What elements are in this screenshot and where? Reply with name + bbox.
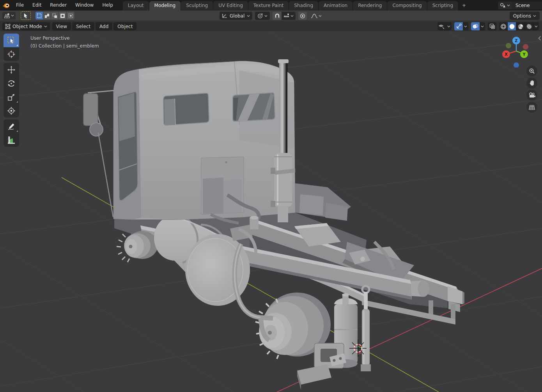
select-extend-icon (44, 13, 50, 18)
gizmos-toggle[interactable] (454, 22, 463, 30)
pivot-dropdown[interactable] (255, 12, 270, 20)
tool-annotate[interactable] (4, 119, 19, 133)
visibility-eye-icon (437, 22, 446, 30)
shading-material-button[interactable] (516, 22, 525, 30)
cursor-tool-icon (7, 50, 16, 59)
blender-window: File Edit Render Window Help Layout Mode… (0, 0, 542, 392)
options-button[interactable]: Options (510, 12, 540, 20)
scale-icon (7, 93, 16, 101)
mode-label: Object Mode (12, 24, 42, 29)
menu-select[interactable]: Select (72, 22, 94, 30)
tab-layout[interactable]: Layout (123, 1, 149, 11)
tab-animation[interactable]: Animation (319, 1, 352, 11)
sidebar-toggle[interactable] (538, 36, 541, 42)
mode-dropdown[interactable]: Object Mode (2, 22, 50, 30)
scene-selector: Scene (498, 0, 542, 11)
select-mode-invert[interactable] (59, 12, 67, 20)
zoom-button[interactable] (526, 66, 537, 76)
tab-uv-editing[interactable]: UV Editing (213, 1, 248, 11)
gizmo-z-label: Z (515, 39, 517, 43)
select-mode-subtract[interactable] (51, 12, 59, 20)
blender-logo-icon[interactable] (0, 0, 12, 11)
active-tool-indicator[interactable] (21, 11, 31, 20)
menu-edit[interactable]: Edit (28, 0, 46, 11)
move-icon (7, 66, 16, 74)
tab-rendering[interactable]: Rendering (353, 1, 387, 11)
tool-rotate[interactable] (4, 76, 19, 90)
falloff-curve-icon (311, 13, 318, 19)
tab-compositing[interactable]: Compositing (387, 1, 427, 11)
add-workspace-button[interactable]: + (459, 1, 469, 11)
gizmo-axis-neg-z[interactable] (514, 62, 519, 67)
orthographic-button[interactable] (526, 102, 537, 113)
viewport-3d[interactable]: User Perspective (0) Collection | semi_e… (0, 31, 542, 392)
xray-toggle[interactable] (488, 22, 496, 30)
select-mode-set[interactable] (35, 12, 43, 20)
viewport-header-right (437, 22, 539, 30)
shading-rendered-button[interactable] (525, 22, 533, 30)
select-invert-icon (60, 13, 65, 18)
options-label: Options (513, 13, 531, 19)
tool-select-box[interactable] (4, 34, 19, 47)
editor-type-button[interactable] (2, 12, 16, 20)
navigation-gizmo[interactable]: Z X Y (501, 34, 531, 69)
overlays-toggle-icon (472, 24, 478, 29)
shading-solid-button[interactable] (508, 22, 516, 30)
tab-sculpting[interactable]: Sculpting (181, 1, 213, 11)
viewport-header: Object Mode View Select Add Object (0, 21, 542, 31)
scene-name-field[interactable]: Scene (512, 2, 542, 9)
visibility-dropdown[interactable] (437, 22, 452, 30)
magnet-icon (275, 13, 280, 19)
tool-cursor[interactable] (4, 47, 19, 61)
xray-toggle-icon (489, 23, 495, 29)
chevron-down-icon (319, 15, 322, 17)
pan-button[interactable] (526, 78, 537, 89)
snap-toggle-button[interactable] (273, 12, 282, 20)
tab-modeling[interactable]: Modeling (149, 1, 181, 11)
menu-view[interactable]: View (52, 22, 71, 30)
menu-add[interactable]: Add (96, 22, 112, 30)
tool-transform[interactable] (4, 104, 19, 117)
workspace-tabs: Layout Modeling Sculpting UV Editing Tex… (123, 0, 470, 11)
menu-file[interactable]: File (12, 0, 28, 11)
snap-group (273, 12, 296, 20)
menu-help[interactable]: Help (98, 0, 117, 11)
tool-scale[interactable] (4, 90, 19, 104)
tool-measure[interactable] (4, 133, 19, 147)
chevron-down-icon (44, 25, 47, 28)
truck-model[interactable] (83, 59, 464, 390)
orthographic-grid-icon (529, 105, 535, 110)
chevron-down-icon (464, 25, 467, 28)
shading-material-icon (517, 23, 524, 30)
chevron-down-icon (533, 15, 536, 17)
shading-wireframe-icon (500, 23, 507, 30)
snap-target-dropdown[interactable] (282, 12, 296, 20)
menu-window[interactable]: Window (71, 0, 98, 11)
overlays-toggle[interactable] (471, 22, 480, 30)
chevron-left-icon (538, 36, 541, 41)
proportional-editing-toggle[interactable] (298, 12, 307, 20)
select-mode-extend[interactable] (43, 12, 51, 20)
chevron-down-icon (447, 25, 450, 28)
menu-render[interactable]: Render (46, 0, 71, 11)
shading-mode-group (499, 22, 539, 30)
select-mode-intersect[interactable] (67, 12, 74, 20)
orientation-label: Global (229, 13, 245, 19)
camera-view-button[interactable] (526, 90, 537, 101)
orientation-dropdown[interactable]: Global (220, 12, 252, 20)
pivot-point-icon (257, 13, 263, 19)
gizmo-axis-neg-x[interactable] (523, 44, 528, 50)
tool-move[interactable] (4, 63, 19, 76)
tab-texture-paint[interactable]: Texture Paint (248, 1, 289, 11)
chevron-down-icon (264, 15, 267, 17)
chevron-down-icon (535, 25, 538, 28)
falloff-dropdown[interactable] (310, 13, 323, 19)
scene-browse-button[interactable] (498, 2, 512, 9)
overlays-toggle-group (471, 22, 485, 30)
chevron-down-icon (290, 15, 294, 17)
shading-wireframe-button[interactable] (499, 22, 508, 30)
gizmo-axis-neg-y[interactable] (506, 43, 511, 48)
tab-shading[interactable]: Shading (289, 1, 318, 11)
tab-scripting[interactable]: Scripting (427, 1, 458, 11)
menu-object[interactable]: Object (113, 22, 136, 30)
